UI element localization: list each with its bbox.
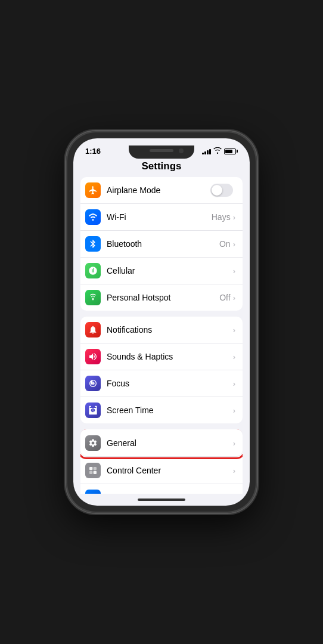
svg-rect-2 <box>89 471 92 474</box>
display-label: Display & Brightness <box>107 493 233 494</box>
notifications-group: Notifications › Sounds & Haptics › <box>80 317 243 423</box>
display-row[interactable]: AA Display & Brightness › <box>80 484 243 494</box>
hotspot-label: Personal Hotspot <box>107 293 219 302</box>
wifi-row[interactable]: Wi-Fi Hays › <box>80 204 243 231</box>
focus-row[interactable]: Focus › <box>80 370 243 397</box>
wifi-label: Wi-Fi <box>107 212 212 222</box>
airplane-icon <box>85 182 101 198</box>
status-time: 1:16 <box>85 147 101 156</box>
battery-icon <box>224 148 238 154</box>
display-chevron: › <box>233 493 235 494</box>
sounds-chevron: › <box>233 352 235 361</box>
focus-icon <box>85 376 101 391</box>
bluetooth-value: On <box>219 239 231 249</box>
status-icons <box>202 147 238 156</box>
controlcenter-row[interactable]: Control Center › <box>80 457 243 484</box>
phone-screen: 1:16 <box>73 138 250 506</box>
focus-chevron: › <box>233 379 235 388</box>
screentime-chevron: › <box>233 406 235 415</box>
page-title: Settings <box>73 158 250 177</box>
notch <box>129 145 194 159</box>
sounds-row[interactable]: Sounds & Haptics › <box>80 343 243 370</box>
bluetooth-icon <box>85 236 101 252</box>
camera <box>179 148 184 153</box>
general-icon <box>85 435 101 451</box>
signal-icon <box>202 148 211 154</box>
cellular-chevron: › <box>233 267 235 275</box>
cellular-row[interactable]: Cellular › <box>80 258 243 284</box>
display-icon: AA <box>85 490 101 494</box>
wifi-status-icon <box>213 147 222 156</box>
hotspot-icon <box>85 290 101 305</box>
cellular-icon <box>85 263 101 278</box>
wifi-chevron: › <box>233 213 235 222</box>
bluetooth-row[interactable]: Bluetooth On › <box>80 231 243 258</box>
svg-rect-0 <box>89 467 92 470</box>
svg-rect-1 <box>94 467 97 470</box>
home-bar-indicator[interactable] <box>138 499 185 501</box>
notifications-row[interactable]: Notifications › <box>80 317 243 343</box>
screentime-label: Screen Time <box>107 405 233 415</box>
home-bar <box>73 494 250 506</box>
phone-frame: 1:16 <box>66 131 257 513</box>
hotspot-row[interactable]: Personal Hotspot Off › <box>80 284 243 311</box>
bluetooth-label: Bluetooth <box>107 239 219 249</box>
notifications-label: Notifications <box>107 325 233 335</box>
settings-scroll[interactable]: Airplane Mode Wi-Fi Hays › <box>73 177 250 494</box>
general-row[interactable]: General › <box>80 430 243 457</box>
bluetooth-chevron: › <box>233 240 235 249</box>
system-group: General › Control Center › <box>80 429 243 494</box>
hotspot-value: Off <box>219 293 230 302</box>
general-chevron: › <box>233 439 235 448</box>
wifi-value: Hays <box>212 212 231 222</box>
hotspot-chevron: › <box>233 293 235 302</box>
airplane-mode-label: Airplane Mode <box>107 185 210 195</box>
sounds-label: Sounds & Haptics <box>107 352 233 361</box>
general-label: General <box>107 438 233 448</box>
airplane-mode-row[interactable]: Airplane Mode <box>80 177 243 204</box>
speaker <box>150 149 173 152</box>
controlcenter-label: Control Center <box>107 466 233 475</box>
focus-label: Focus <box>107 379 233 388</box>
airplane-toggle[interactable] <box>210 184 233 197</box>
cellular-label: Cellular <box>107 266 233 275</box>
wifi-icon <box>85 209 101 225</box>
notifications-icon <box>85 322 101 338</box>
screentime-icon <box>85 402 101 418</box>
notifications-chevron: › <box>233 326 235 335</box>
sounds-icon <box>85 349 101 364</box>
screentime-row[interactable]: Screen Time › <box>80 397 243 423</box>
svg-rect-3 <box>94 471 97 474</box>
controlcenter-chevron: › <box>233 466 235 475</box>
connectivity-group: Airplane Mode Wi-Fi Hays › <box>80 177 243 311</box>
controlcenter-icon <box>85 463 101 478</box>
